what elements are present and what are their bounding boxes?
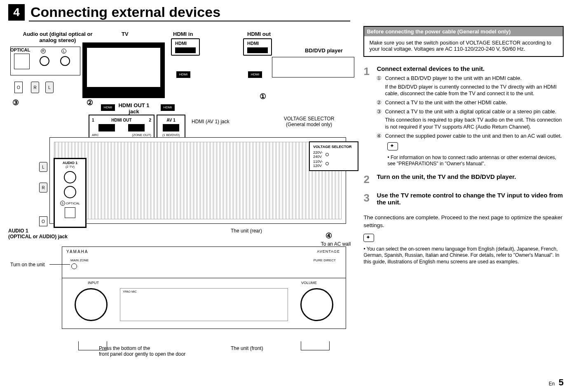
substep-num: ④ — [377, 132, 385, 140]
substep-text: Connect a TV to the unit with the other … — [385, 99, 507, 106]
step-1-title: Connect external devices to the unit. — [377, 65, 564, 72]
hdmi-plug: HDMI — [161, 104, 175, 111]
hdmi-zoneout: (ZONE OUT) — [132, 133, 151, 137]
power-button-icon — [71, 263, 77, 269]
step-2-title: Turn on the unit, the TV and the BD/DVD … — [377, 173, 516, 180]
hdmi-tag-text: HDMI — [175, 41, 187, 46]
volume-label: VOLUME — [301, 281, 317, 285]
label-press-bottom: Press the bottom of the front panel door… — [99, 345, 206, 357]
page-footer: En 5 — [549, 377, 564, 388]
section-number-badge: 4 — [8, 4, 25, 21]
hdmi-plug: HDMI — [101, 104, 115, 111]
label-turn-on: Turn on the unit — [10, 262, 45, 268]
substep-text: Connect a TV to the unit with a digital … — [385, 108, 556, 115]
hint-text-2: • You can select the on-screen menu lang… — [363, 246, 564, 265]
display-window: YPAO MIC — [120, 288, 288, 321]
circ-4: ④ — [325, 231, 332, 240]
substep-note: This connection is required to play back… — [385, 117, 564, 131]
label-audio1-jack: AUDIO 1 (OPTICAL or AUDIO) jack — [8, 228, 91, 239]
bd-player-icon — [272, 57, 354, 77]
label-unit-front: The unit (front) — [231, 345, 263, 351]
closing-paragraph: The connections are complete. Proceed to… — [363, 214, 564, 230]
hint-text: • For information on how to connect radi… — [387, 155, 564, 167]
hdmi-out-1: 1 — [92, 118, 94, 122]
hdmi-port-icon — [175, 47, 196, 53]
input-label: INPUT — [88, 281, 99, 285]
label-hdmi-out1-jack: HDMI OUT 1 jack — [115, 102, 152, 115]
plug-o2: O — [39, 216, 47, 226]
circ-1: ① — [260, 92, 266, 101]
ypao-label: YPAO MIC — [123, 290, 137, 293]
instructions-column: Before connecting the power cable (Gener… — [363, 26, 564, 364]
step-number: 1 — [363, 65, 374, 167]
optical-jack-icon — [14, 54, 30, 69]
voltage-220: 220V- 240V — [313, 150, 323, 159]
label-voltage-selector: VOLTAGE SELECTOR (General model only) — [272, 116, 346, 127]
l-badge: L — [61, 49, 66, 54]
label-hdmi-out: HDMI out — [247, 31, 271, 37]
unit-rear-panel — [49, 137, 346, 224]
input-knob-icon — [75, 288, 108, 321]
rca-r-icon — [40, 56, 49, 66]
substep-note: If the BD/DVD player is currently connec… — [385, 84, 564, 98]
notice-head: Before connecting the power cable (Gener… — [364, 27, 563, 36]
label-unit-rear: The unit (rear) — [231, 228, 262, 234]
tv-icon — [82, 42, 165, 98]
circ-3: ③ — [12, 98, 19, 107]
step-3-title: Use the TV remote control to change the … — [377, 192, 564, 206]
brand-label: YAMAHA — [66, 249, 89, 254]
volume-knob-icon — [300, 288, 333, 321]
hdmi-out-title: HDMI OUT — [111, 118, 131, 122]
label-bd: BD/DVD player — [305, 47, 343, 54]
label-hdmi-in: HDMI in — [173, 31, 193, 37]
plug-r2: R — [39, 183, 47, 192]
plug-r: R — [31, 82, 39, 93]
step-1: 1 Connect external devices to the unit. … — [363, 65, 564, 167]
callout-av1: AV 1 (1 BD/DVD) — [157, 115, 185, 140]
main-zone-label: MAIN ZONE — [70, 258, 89, 262]
step-3: 3 Use the TV remote control to change th… — [363, 192, 564, 208]
page-header: 4 Connecting external devices — [8, 4, 564, 22]
page-number: 5 — [559, 377, 564, 387]
title-rule — [29, 21, 350, 21]
optical-rca-group: R L — [10, 47, 80, 75]
av1-sub: (1 BD/DVD) — [160, 133, 182, 137]
hdmi-tag-in: HDMI — [171, 38, 200, 56]
page-title: Connecting external devices — [30, 4, 220, 22]
av1-title: AV 1 — [160, 118, 182, 122]
label-audio-out: Audio out (digital optical or analog ste… — [16, 31, 99, 43]
plug-optical: O — [14, 82, 23, 93]
hdmi-out-2: 2 — [149, 118, 151, 122]
step-number: 3 — [363, 192, 374, 208]
voltage-selector-tag: VOLTAGE SELECTOR 220V- 240V 110V- 120V — [309, 141, 358, 171]
lang-label: En — [549, 381, 555, 387]
circ-2: ② — [87, 98, 93, 107]
substep-text: Connect the supplied power cable to the … — [385, 132, 562, 140]
voltage-notice-box: Before connecting the power cable (Gener… — [363, 26, 564, 57]
hdmi-arc: ARC — [92, 133, 99, 137]
voltage-110: 110V- 120V — [313, 160, 323, 168]
pure-direct-label: PURE DIRECT — [314, 258, 336, 262]
audio1-optical-num: 5 — [60, 201, 65, 206]
plug-l: L — [45, 82, 54, 93]
substep-text: Connect a BD/DVD player to the unit with… — [385, 75, 522, 82]
step-number: 2 — [363, 173, 374, 186]
connection-diagram: Audio out (digital optical or analog ste… — [8, 26, 355, 364]
series-label: AVENTAGE — [317, 249, 340, 254]
substep-num: ③ — [377, 108, 385, 115]
substep-num: ② — [377, 99, 385, 106]
hint-icon — [363, 234, 374, 242]
hdmi-plug: HDMI — [176, 71, 190, 78]
label-hdmi-av1-jack: HDMI (AV 1) jack — [192, 119, 229, 124]
hint-icon — [387, 142, 398, 150]
notice-body: Make sure you set the switch position of… — [369, 40, 558, 52]
hdmi-tag-text: HDMI — [247, 41, 259, 46]
label-tv: TV — [122, 31, 129, 37]
callout-hdmi-out: 1 HDMI OUT 2 ARC (ZONE OUT) — [89, 115, 155, 140]
audio1-title: AUDIO 1 — [56, 161, 84, 165]
audio1-zoom: AUDIO 1 (2 TV) 5 OPTICAL — [54, 158, 87, 228]
audio1-sub: (2 TV) — [56, 165, 84, 169]
substep-num: ① — [377, 75, 385, 82]
hdmi-port-icon — [247, 47, 268, 53]
step-2: 2 Turn on the unit, the TV and the BD/DV… — [363, 173, 564, 186]
